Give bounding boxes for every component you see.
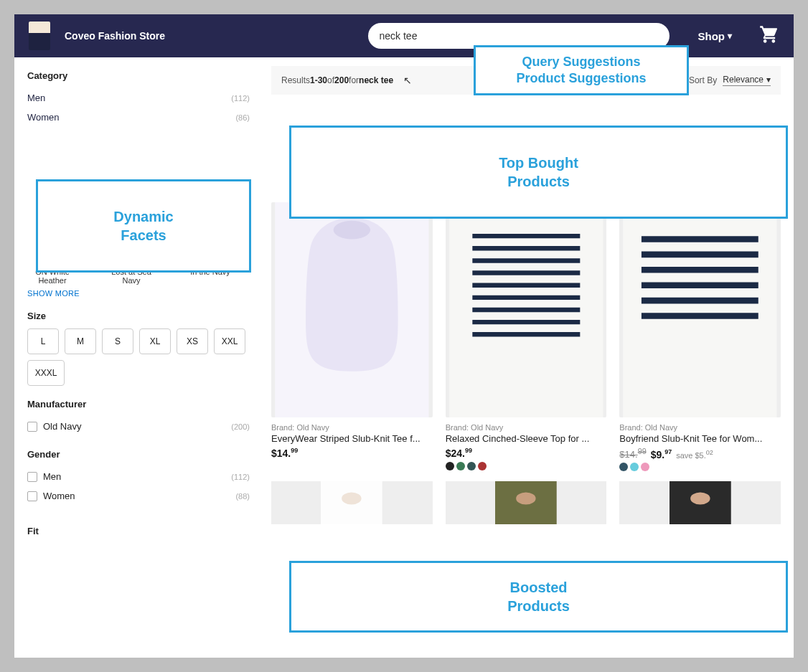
product-image: [446, 202, 607, 417]
sort-value: Relevance: [723, 75, 764, 85]
color-dot[interactable]: [467, 462, 476, 470]
product-card[interactable]: Brand: Old Navy EveryWear Striped Slub-K…: [271, 202, 433, 471]
size-option[interactable]: L: [27, 328, 59, 354]
product-brand: Brand: Old Navy: [446, 423, 607, 432]
fit-facet-title: Fit: [27, 526, 250, 536]
category-label: Men: [27, 93, 45, 103]
svg-point-5: [342, 493, 362, 505]
product-price: $9.97: [651, 448, 672, 460]
swatch-label: Lost at Sea Navy: [111, 268, 151, 285]
results-query: neck tee: [359, 75, 393, 85]
cursor-icon: ↖: [403, 75, 412, 86]
color-dot[interactable]: [619, 463, 628, 471]
product-card[interactable]: Brand: Old Navy Relaxed Cinched-Sleeve T…: [446, 202, 607, 471]
product-image[interactable]: [271, 481, 433, 524]
swatch-color: [118, 239, 144, 265]
product-color-dots: [446, 462, 607, 470]
gender-label: Men: [43, 471, 61, 482]
cart-icon[interactable]: [759, 24, 779, 47]
checkbox-icon: [27, 491, 37, 501]
results-total: 200: [334, 75, 349, 85]
svg-rect-3: [624, 202, 777, 417]
results-for: for: [349, 75, 359, 85]
manufacturer-label: Old Navy: [43, 421, 81, 432]
color-dot[interactable]: [446, 462, 454, 470]
color-dot[interactable]: [641, 463, 649, 471]
svg-point-1: [334, 221, 370, 240]
size-facet-title: Size: [27, 311, 250, 321]
swatch-color: [39, 239, 65, 265]
product-color-dots: [619, 463, 781, 471]
results-bar: Results 1-30 of 200 for neck tee ↖ Sort …: [271, 66, 781, 95]
gender-facet-title: Gender: [27, 449, 250, 460]
color-dot[interactable]: [478, 462, 487, 470]
product-image[interactable]: [446, 481, 607, 524]
search-box[interactable]: [368, 23, 670, 49]
top-bar: Coveo Fashion Store Shop ▾: [14, 14, 794, 57]
swatch-color: [197, 239, 223, 265]
product-price: $24.99: [446, 447, 472, 459]
product-save: save $5.02: [676, 449, 713, 460]
color-swatch[interactable]: Lost at Sea Navy: [106, 239, 156, 285]
results-range: 1-30: [310, 75, 327, 85]
category-women[interactable]: Women (86): [27, 108, 250, 127]
color-swatch[interactable]: ON White Heather: [27, 239, 77, 285]
results-prefix: Results: [281, 75, 310, 85]
size-option[interactable]: XXXL: [27, 360, 65, 386]
manufacturer-option[interactable]: Old Navy (200): [27, 417, 250, 436]
category-men[interactable]: Men (112): [27, 88, 250, 108]
color-swatch-row: ON White Heather Lost at Sea Navy In the…: [27, 239, 250, 285]
product-title: Boyfriend Slub-Knit Tee for Wom...: [619, 433, 781, 444]
swatch-label: ON White Heather: [35, 268, 70, 285]
category-count: (86): [235, 113, 250, 122]
brand-name: Coveo Fashion Store: [65, 30, 165, 42]
sort-control[interactable]: Sort By Relevance ▾: [689, 75, 771, 86]
shop-dropdown[interactable]: Shop ▾: [698, 30, 733, 42]
category-count: (112): [231, 94, 250, 103]
swatch-label: In the Navy: [190, 268, 230, 276]
gender-label: Women: [43, 491, 75, 501]
size-grid: L M S XL XS XXL XXXL: [27, 328, 250, 386]
size-option[interactable]: XS: [177, 328, 208, 354]
size-option[interactable]: S: [102, 328, 133, 354]
product-brand: Brand: Old Navy: [619, 423, 781, 432]
product-title: Relaxed Cinched-Sleeve Top for ...: [446, 433, 607, 444]
size-option[interactable]: XXL: [214, 328, 245, 354]
color-dot[interactable]: [630, 463, 639, 471]
chevron-down-icon: ▾: [728, 31, 732, 41]
product-price: $14.99: [271, 447, 298, 459]
checkbox-icon: [27, 422, 37, 432]
caret-down-icon: ▾: [766, 75, 771, 85]
color-swatch[interactable]: In the Navy: [185, 239, 235, 285]
gender-option-women[interactable]: Women (88): [27, 486, 250, 506]
show-more-link[interactable]: SHOW MORE: [27, 289, 250, 298]
svg-point-9: [690, 493, 710, 505]
product-brand: Brand: Old Navy: [271, 423, 433, 432]
gender-count: (112): [231, 473, 250, 481]
search-input[interactable]: [380, 30, 658, 42]
sort-label: Sort By: [689, 75, 717, 85]
second-product-row: [271, 481, 781, 524]
product-old-price: $14.99: [619, 447, 646, 460]
gender-option-men[interactable]: Men (112): [27, 467, 250, 486]
product-card[interactable]: Brand: Old Navy Boyfriend Slub-Knit Tee …: [619, 202, 781, 471]
sidebar: Category Men (112) Women (86) ON White H…: [27, 66, 250, 658]
color-dot[interactable]: [456, 462, 465, 470]
manufacturer-count: (200): [231, 422, 250, 431]
size-option[interactable]: XL: [139, 328, 171, 354]
category-facet-title: Category: [27, 70, 250, 81]
checkbox-icon: [27, 472, 37, 482]
product-image[interactable]: [619, 481, 781, 524]
product-image: [619, 202, 781, 417]
size-option[interactable]: M: [65, 328, 96, 354]
product-title: EveryWear Striped Slub-Knit Tee f...: [271, 433, 433, 444]
product-grid: Brand: Old Navy EveryWear Striped Slub-K…: [271, 202, 781, 471]
manufacturer-facet-title: Manufacturer: [27, 399, 250, 410]
gender-count: (88): [235, 492, 250, 501]
main-area: Results 1-30 of 200 for neck tee ↖ Sort …: [271, 66, 781, 658]
shop-label: Shop: [698, 30, 725, 42]
svg-point-7: [516, 493, 535, 505]
product-image: [271, 202, 433, 417]
category-label: Women: [27, 112, 60, 123]
logo-thumb: [29, 22, 50, 50]
